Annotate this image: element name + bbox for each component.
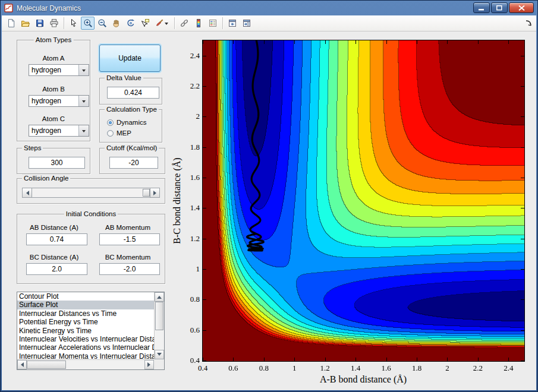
pes-plot-canvas[interactable] — [203, 40, 524, 361]
list-item[interactable]: Internuclear Accelerations vs Internucle… — [17, 343, 154, 352]
zoom-out-button[interactable] — [95, 17, 109, 30]
toolbar-separator — [174, 17, 175, 29]
x-axis-tick-label: 0.6 — [221, 363, 245, 373]
scroll-left-button[interactable] — [17, 360, 27, 369]
list-item[interactable]: Internuclear Distances vs Time — [17, 309, 154, 318]
toolbar-separator — [222, 17, 223, 29]
bc-distance-input[interactable] — [26, 263, 87, 275]
ab-distance-input[interactable] — [26, 233, 87, 245]
update-button[interactable]: Update — [99, 45, 161, 72]
app-window: Molecular Dynamics Atom Types Atom A hyd… — [0, 0, 538, 392]
delta-value-group: Delta Value — [99, 78, 162, 105]
y-axis-tick-label: 1 — [177, 264, 200, 274]
atom-c-dropdown-arrow-icon[interactable] — [78, 125, 89, 136]
x-axis-tick-label: 1.2 — [313, 363, 337, 373]
atom-a-dropdown-value: hydrogen — [29, 65, 78, 75]
list-item[interactable]: Internuclear Velocities vs Internuclear … — [17, 335, 154, 343]
data-cursor-button[interactable] — [138, 17, 152, 30]
cutoff-input[interactable] — [109, 157, 158, 169]
rotate-3d-button[interactable] — [124, 17, 137, 30]
radio-dynamics-circle[interactable] — [107, 119, 114, 126]
radio-mep-label: MEP — [117, 129, 131, 137]
scroll-right-button[interactable] — [144, 360, 154, 369]
list-item[interactable]: Contour Plot — [17, 292, 154, 301]
x-axis-tick-label: 0.8 — [252, 363, 276, 373]
slider-thumb[interactable] — [143, 189, 150, 197]
y-axis-title: B-C bond distance (Å) — [172, 157, 183, 244]
y-axis-tick-label: 1.8 — [177, 143, 200, 152]
atom-c-dropdown[interactable]: hydrogen — [29, 125, 89, 137]
print-figure-button[interactable] — [47, 17, 61, 30]
list-item[interactable]: Internuclear Momenta vs Internuclear Dis… — [17, 352, 154, 359]
maximize-button[interactable] — [491, 2, 508, 13]
dock-figure-icon[interactable] — [524, 19, 533, 30]
hide-plot-tools-button[interactable] — [225, 17, 239, 30]
x-axis-title: A-B bond distance (Å) — [273, 374, 453, 385]
radio-dynamics[interactable]: Dynamics — [107, 118, 146, 127]
pan-button[interactable] — [109, 17, 123, 30]
titlebar[interactable]: Molecular Dynamics — [2, 1, 536, 15]
list-item[interactable]: Surface Plot — [17, 301, 154, 309]
list-item[interactable]: Kinetic Energy vs Time — [17, 327, 154, 335]
atom-types-group: Atom Types Atom A hydrogen Atom B hydrog… — [17, 40, 90, 141]
cutoff-legend: Cutoff (Kcal/mol) — [105, 144, 159, 152]
x-axis-tick-label: 1 — [282, 363, 306, 373]
pes-plot-axes — [202, 40, 525, 362]
x-axis-tick-label: 2 — [435, 363, 459, 373]
y-axis-tick-label: 2.4 — [177, 51, 200, 61]
bc-distance-label: BC Distance (A) — [17, 254, 91, 261]
atom-a-dropdown[interactable]: hydrogen — [29, 64, 89, 76]
listbox-horizontal-scrollbar[interactable] — [17, 359, 154, 369]
horizontal-scroll-thumb[interactable] — [27, 361, 66, 369]
atom-b-dropdown[interactable]: hydrogen — [29, 95, 89, 107]
window-icon — [4, 4, 13, 12]
vertical-scroll-thumb[interactable] — [155, 302, 163, 330]
new-figure-button[interactable] — [4, 17, 18, 30]
slider-right-arrow[interactable] — [150, 188, 159, 197]
brush-dropdown-caret-icon[interactable] — [164, 17, 169, 29]
atom-a-label: Atom A — [17, 55, 90, 62]
collision-angle-slider[interactable] — [22, 188, 160, 198]
save-figure-button[interactable] — [33, 17, 46, 30]
slider-left-arrow[interactable] — [23, 188, 32, 197]
steps-input[interactable] — [29, 157, 85, 169]
x-axis-tick-label: 1.4 — [344, 363, 367, 373]
delta-value-input[interactable] — [107, 87, 159, 99]
cutoff-group: Cutoff (Kcal/mol) — [99, 148, 165, 174]
window-title: Molecular Dynamics — [17, 4, 81, 12]
radio-mep[interactable]: MEP — [107, 129, 131, 137]
list-item[interactable]: Potential Energy vs Time — [17, 318, 154, 326]
atom-b-dropdown-arrow-icon[interactable] — [78, 96, 89, 106]
radio-mep-circle[interactable] — [107, 130, 114, 137]
y-axis-tick-label: 1.2 — [177, 234, 200, 244]
brush-button[interactable] — [152, 17, 171, 30]
plot-type-listbox[interactable]: Contour PlotSurface PlotInternuclear Dis… — [17, 292, 165, 370]
bc-momentum-input[interactable] — [99, 263, 160, 275]
steps-legend: Steps — [22, 144, 43, 152]
insert-colorbar-button[interactable] — [191, 17, 205, 30]
x-axis-tick-label: 2.4 — [496, 363, 520, 373]
link-plot-button[interactable] — [177, 17, 191, 30]
open-file-button[interactable] — [18, 17, 32, 30]
minimize-button[interactable] — [473, 2, 490, 13]
y-axis-tick-label: 0.8 — [177, 295, 200, 304]
delta-value-legend: Delta Value — [105, 74, 143, 82]
y-axis-tick-label: 0.6 — [177, 325, 200, 335]
steps-group: Steps — [17, 148, 90, 174]
scroll-up-button[interactable] — [155, 292, 164, 302]
atom-types-legend: Atom Types — [34, 36, 74, 44]
scroll-down-button[interactable] — [155, 350, 164, 359]
ab-momentum-input[interactable] — [99, 233, 160, 245]
edit-plot-button[interactable] — [67, 17, 80, 30]
y-axis-tick-label: 2 — [177, 112, 200, 121]
close-button[interactable] — [509, 2, 534, 13]
calculation-type-legend: Calculation Type — [105, 105, 159, 113]
insert-legend-button[interactable] — [206, 17, 219, 30]
zoom-in-button[interactable] — [81, 17, 95, 30]
x-axis-tick-label: 1.8 — [405, 363, 429, 373]
calculation-type-group: Calculation Type Dynamics MEP — [99, 109, 162, 143]
show-plot-tools-button[interactable] — [240, 17, 253, 30]
atom-a-dropdown-arrow-icon[interactable] — [78, 65, 89, 75]
initial-conditions-group: Initial Conditions AB Distance (A) AB Mo… — [17, 214, 165, 284]
listbox-vertical-scrollbar[interactable] — [154, 292, 164, 359]
